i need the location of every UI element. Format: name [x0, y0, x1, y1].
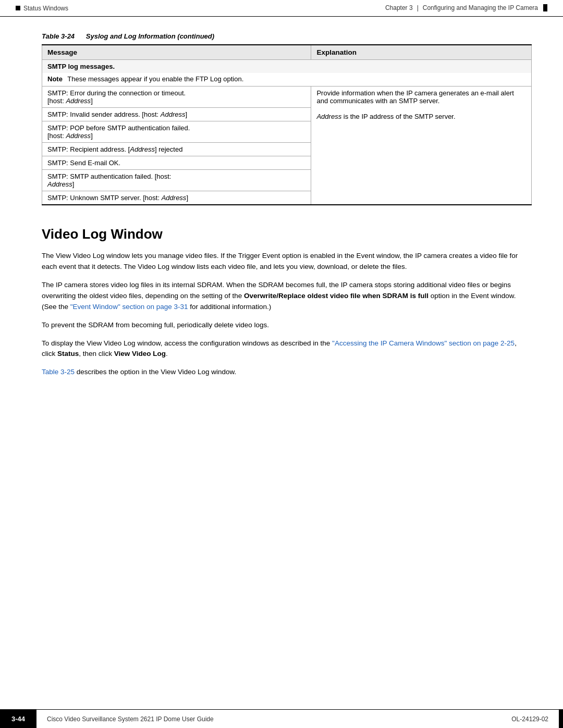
para2-end: for additional information.) [188, 303, 272, 311]
table-number: Table 3-24 [42, 32, 75, 40]
para4-bold2: View Video Log [114, 350, 166, 357]
header-bar-icon [543, 4, 547, 11]
page-header: Status Windows Chapter 3 | Configuring a… [0, 0, 563, 17]
table-title: Syslog and Log Information (continued) [86, 32, 214, 40]
message-cell-3: SMTP: POP before SMTP authentication fai… [42, 121, 311, 143]
footer-doc-title: Cisco Video Surveillance System 2621 IP … [36, 710, 511, 728]
para-2: The IP camera stores video log files in … [42, 280, 532, 313]
header-right: Chapter 3 | Configuring and Managing the… [16, 4, 547, 11]
note-text: These messages appear if you enable the … [67, 75, 243, 83]
para-4: To display the View Video Log window, ac… [42, 338, 532, 360]
smtp-header-row: SMTP log messages. [42, 60, 532, 73]
note-cell: Note These messages appear if you enable… [42, 73, 532, 87]
smtp-header-cell: SMTP log messages. [42, 60, 532, 73]
message-cell-7: SMTP: Unknown SMTP server. [host: Addres… [42, 191, 311, 205]
footer-bar-icon [559, 710, 563, 728]
header-left: Status Windows [16, 5, 68, 12]
header-square-icon [16, 6, 20, 10]
video-log-section: Video Log Window The View Video Log wind… [42, 226, 532, 378]
note-label: Note [47, 75, 63, 83]
para-5: Table 3-25 describes the option in the V… [42, 367, 532, 378]
page-footer: 3-44 Cisco Video Surveillance System 262… [0, 709, 563, 728]
event-window-link[interactable]: "Event Window" section on page 3-31 [70, 303, 188, 311]
table-caption: Table 3-24 Syslog and Log Information (c… [42, 32, 532, 40]
header-section-label: Status Windows [23, 5, 68, 12]
main-content: Table 3-24 Syslog and Log Information (c… [0, 17, 563, 416]
message-cell-2: SMTP: Invalid sender address. [host: Add… [42, 108, 311, 121]
accessing-windows-link[interactable]: "Accessing the IP Camera Windows" sectio… [332, 339, 515, 347]
para4-mid2: , then click [79, 350, 114, 357]
header-chapter: Chapter 3 [385, 4, 413, 11]
para2-bold: Overwrite/Replace oldest video file when… [244, 292, 429, 300]
caption-spacer [77, 32, 84, 40]
para-1: The View Video Log window lets you manag… [42, 251, 532, 273]
col-message-header: Message [42, 45, 311, 60]
para4-start: To display the View Video Log window, ac… [42, 339, 332, 347]
note-row: Note These messages appear if you enable… [42, 73, 532, 87]
footer-doc-number: OL-24129-02 [511, 710, 559, 728]
table-header-row: Message Explanation [42, 45, 532, 60]
para-3: To prevent the SDRAM from becoming full,… [42, 320, 532, 331]
para4-bold1: Status [57, 350, 79, 357]
syslog-table: Message Explanation SMTP log messages. N… [42, 44, 532, 205]
table-325-link[interactable]: Table 3-25 [42, 368, 75, 376]
table-row: SMTP: Error during the connection or tim… [42, 87, 532, 108]
message-cell-5: SMTP: Send E-mail OK. [42, 156, 311, 170]
col-explanation-header: Explanation [311, 45, 532, 60]
footer-page-number: 3-44 [0, 710, 36, 728]
message-cell-1: SMTP: Error during the connection or tim… [42, 87, 311, 108]
explanation-cell-1: Provide information when the IP camera g… [311, 87, 532, 205]
para5-end: describes the option in the View Video L… [75, 368, 236, 376]
message-cell-4: SMTP: Recipient address. [Address] rejec… [42, 143, 311, 156]
para4-end: . [166, 350, 168, 357]
header-title: Configuring and Managing the IP Camera [423, 4, 538, 11]
header-separator: | [417, 4, 419, 11]
message-cell-6: SMTP: SMTP authentication failed. [host:… [42, 170, 311, 191]
section-heading: Video Log Window [42, 226, 532, 242]
